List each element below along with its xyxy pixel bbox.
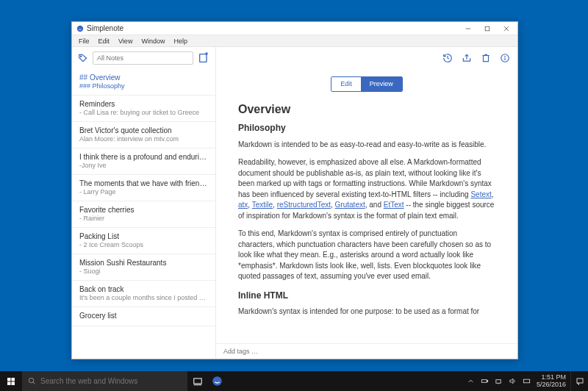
note-title: Grocery list <box>79 312 208 320</box>
share-icon[interactable] <box>462 53 472 63</box>
note-title: Back on track <box>79 285 208 293</box>
editor-toolbar <box>216 47 517 69</box>
taskbar-search[interactable] <box>22 371 187 391</box>
view-toggle: Edit Preview <box>331 76 403 92</box>
note-title: I think there is a profound and enduri… <box>79 153 208 161</box>
tag-input[interactable] <box>216 343 517 359</box>
link-restructuredtext[interactable]: reStructuredText <box>277 201 331 209</box>
task-view-icon[interactable] <box>187 371 207 391</box>
svg-point-21 <box>212 376 222 386</box>
taskbar-app-simplenote[interactable] <box>207 371 227 391</box>
tray-network-icon[interactable] <box>495 377 503 385</box>
info-icon[interactable] <box>500 53 510 63</box>
note-paragraph: Markdown's syntax is intended for one pu… <box>238 306 495 318</box>
titlebar: Simplenote <box>72 22 517 35</box>
svg-rect-27 <box>523 379 529 383</box>
sidebar: ## Overview ### Philosophy Reminders - C… <box>72 47 216 359</box>
menu-edit[interactable]: Edit <box>95 37 114 45</box>
window-controls <box>459 23 516 35</box>
taskbar: 1:51 PM 5/26/2016 <box>0 371 588 391</box>
svg-point-0 <box>77 25 83 31</box>
note-item[interactable]: Favorite cherries - Rainier <box>72 201 215 228</box>
note-item[interactable]: Grocery list <box>72 307 215 326</box>
search-input[interactable] <box>93 51 193 65</box>
menu-view[interactable]: View <box>115 37 136 45</box>
tray-volume-icon[interactable] <box>509 377 517 385</box>
link-atx[interactable]: atx <box>238 201 248 209</box>
menu-file[interactable]: File <box>75 37 93 45</box>
system-tray: 1:51 PM 5/26/2016 <box>462 374 570 388</box>
note-paragraph: To this end, Markdown's syntax is compri… <box>238 229 495 282</box>
svg-rect-23 <box>487 381 488 382</box>
new-note-icon[interactable] <box>198 52 209 64</box>
note-item[interactable]: Mission Sushi Restaurants - Suogi <box>72 254 215 281</box>
minimize-button[interactable] <box>459 23 478 35</box>
note-title: Packing List <box>79 232 208 240</box>
svg-rect-13 <box>7 378 11 381</box>
app-icon <box>76 25 84 32</box>
note-snippet: Alan Moore: interview on mtv.com <box>79 135 208 143</box>
note-item[interactable]: Back on track It's been a couple months … <box>72 281 215 307</box>
window-title: Simplenote <box>87 24 459 32</box>
note-title: Favorite cherries <box>79 206 208 214</box>
svg-point-17 <box>29 378 33 382</box>
note-title: ## Overview <box>79 73 208 82</box>
note-h2: Philosophy <box>238 122 495 134</box>
link-grutatext[interactable]: Grutatext <box>335 201 365 209</box>
note-item[interactable]: Reminders - Call Lisa re: buying our tic… <box>72 96 215 122</box>
preview-toggle[interactable]: Preview <box>361 77 402 91</box>
maximize-button[interactable] <box>478 23 497 35</box>
svg-point-12 <box>505 56 506 57</box>
note-title: Bret Victor's quote collection <box>79 126 208 134</box>
tray-battery-icon[interactable] <box>481 377 489 385</box>
note-title: The moments that we have with friend… <box>79 179 208 187</box>
note-snippet: - 2 Ice Cream Scoops <box>79 241 208 248</box>
svg-rect-22 <box>481 380 487 383</box>
link-ettext[interactable]: EtText <box>384 201 404 209</box>
start-button[interactable] <box>0 371 22 391</box>
main-content: ## Overview ### Philosophy Reminders - C… <box>72 47 517 359</box>
svg-rect-19 <box>193 378 201 383</box>
svg-rect-15 <box>7 381 11 385</box>
link-setext[interactable]: Setext <box>470 190 491 198</box>
tags-icon[interactable] <box>78 53 88 63</box>
history-icon[interactable] <box>442 53 453 63</box>
note-item[interactable]: Packing List - 2 Ice Cream Scoops <box>72 228 215 254</box>
note-title: Reminders <box>79 100 208 108</box>
svg-line-18 <box>33 382 35 384</box>
taskbar-clock[interactable]: 1:51 PM 5/26/2016 <box>537 374 566 388</box>
note-snippet: - Rainier <box>79 215 208 222</box>
svg-marker-26 <box>510 379 513 383</box>
sidebar-header <box>72 47 215 69</box>
search-icon <box>28 377 36 385</box>
svg-rect-24 <box>496 380 501 384</box>
tray-keyboard-icon[interactable] <box>523 377 531 385</box>
note-title: Mission Sushi Restaurants <box>79 259 208 267</box>
taskbar-search-input[interactable] <box>40 377 182 385</box>
edit-toggle[interactable]: Edit <box>331 77 361 91</box>
note-item[interactable]: I think there is a profound and enduri… … <box>72 148 215 175</box>
editor-body[interactable]: Edit Preview Overview Philosophy Markdow… <box>216 69 517 343</box>
trash-icon[interactable] <box>481 53 491 63</box>
menu-help[interactable]: Help <box>170 37 191 45</box>
svg-rect-16 <box>12 381 15 385</box>
note-item[interactable]: The moments that we have with friend… - … <box>72 175 215 201</box>
note-item[interactable]: ## Overview ### Philosophy <box>72 69 215 96</box>
note-snippet: - Larry Page <box>79 188 208 196</box>
note-snippet: It's been a couple months since I posted… <box>79 294 208 301</box>
note-snippet: - Call Lisa re: buying our ticket to Gre… <box>79 109 208 116</box>
note-list[interactable]: ## Overview ### Philosophy Reminders - C… <box>72 69 215 359</box>
menu-window[interactable]: Window <box>137 37 168 45</box>
svg-rect-6 <box>200 54 207 62</box>
menubar: File Edit View Window Help <box>72 35 517 47</box>
link-textile[interactable]: Textile <box>252 201 273 209</box>
tray-chevron-up-icon[interactable] <box>467 377 475 385</box>
note-paragraph: Readability, however, is emphasized abov… <box>238 157 495 221</box>
close-button[interactable] <box>497 23 516 35</box>
note-text: Readability, however, is emphasized abov… <box>238 158 492 198</box>
note-item[interactable]: Bret Victor's quote collection Alan Moor… <box>72 122 215 148</box>
note-h1: Overview <box>238 101 495 118</box>
app-window: Simplenote File Edit View Window Help <box>71 21 518 359</box>
action-center-icon[interactable] <box>570 371 588 391</box>
note-snippet: ### Philosophy <box>79 82 208 90</box>
